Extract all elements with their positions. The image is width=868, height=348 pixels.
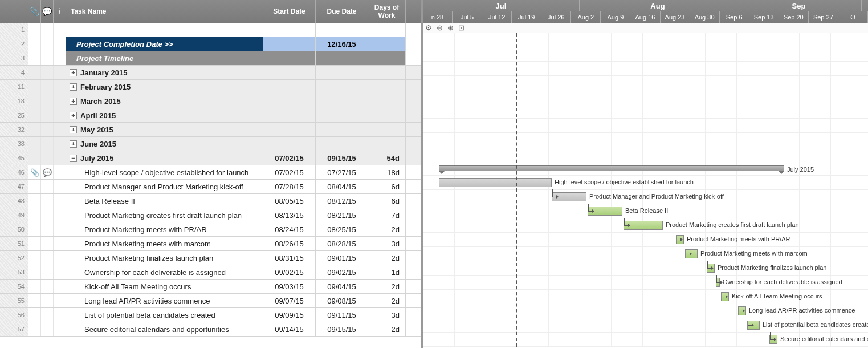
- week-label[interactable]: Jul 12: [482, 11, 512, 23]
- due-date-cell[interactable]: 09/15/15: [316, 322, 368, 336]
- row-number[interactable]: 32: [0, 123, 28, 136]
- start-date-cell[interactable]: 07/28/15: [263, 180, 316, 193]
- table-row[interactable]: 25+April 2015: [0, 108, 421, 123]
- week-label[interactable]: Sep 6: [720, 11, 749, 23]
- info-col-icon[interactable]: i: [54, 0, 66, 23]
- row-number[interactable]: 57: [0, 322, 28, 336]
- start-date-cell[interactable]: 07/02/15: [263, 151, 316, 165]
- gantt-bar[interactable]: Beta Release II: [588, 207, 622, 216]
- due-date-cell[interactable]: 09/01/15: [316, 251, 368, 265]
- table-row[interactable]: 56List of potential beta candidates crea…: [0, 308, 421, 322]
- due-date-cell[interactable]: [316, 108, 368, 122]
- table-row[interactable]: 1: [0, 23, 421, 37]
- row-number[interactable]: 47: [0, 180, 28, 193]
- start-date-cell[interactable]: [263, 123, 316, 136]
- days-cell[interactable]: [368, 37, 406, 51]
- week-label[interactable]: Sep 27: [809, 11, 838, 23]
- due-date-cell[interactable]: [316, 51, 368, 65]
- start-date-header[interactable]: Start Date: [263, 0, 316, 23]
- row-number[interactable]: 46: [0, 165, 28, 179]
- days-cell[interactable]: 3d: [368, 237, 406, 250]
- gantt-bar[interactable]: Long lead AR/PR activities commence: [738, 306, 746, 315]
- week-label[interactable]: Jul 5: [453, 11, 482, 23]
- table-row[interactable]: 47Product Manager and Product Marketing …: [0, 180, 421, 194]
- due-date-cell[interactable]: [316, 94, 368, 108]
- start-date-cell[interactable]: 08/31/15: [263, 251, 316, 265]
- task-cell[interactable]: −July 2015: [66, 151, 263, 165]
- row-number[interactable]: 53: [0, 265, 28, 279]
- days-cell[interactable]: 2d: [368, 294, 406, 307]
- gantt-bar[interactable]: Secure editorial calendars and op: [769, 335, 777, 344]
- gantt-bar[interactable]: Product Marketing meets with PR/AR: [676, 235, 684, 244]
- due-date-cell[interactable]: 12/16/15: [316, 37, 368, 51]
- start-date-cell[interactable]: 09/09/15: [263, 308, 316, 322]
- task-cell[interactable]: Kick-off All Team Meeting occurs: [66, 280, 263, 293]
- days-cell[interactable]: 6d: [368, 180, 406, 193]
- week-label[interactable]: Jul 26: [541, 11, 571, 23]
- row-number[interactable]: 45: [0, 151, 28, 165]
- days-cell[interactable]: [368, 94, 406, 108]
- days-cell[interactable]: [368, 137, 406, 151]
- days-cell[interactable]: 2d: [368, 251, 406, 265]
- start-date-cell[interactable]: [263, 94, 316, 108]
- due-date-cell[interactable]: 08/28/15: [316, 237, 368, 250]
- row-number[interactable]: 51: [0, 237, 28, 250]
- days-cell[interactable]: 54d: [368, 151, 406, 165]
- gantt-pane[interactable]: JulAugSep n 28Jul 5Jul 12Jul 19Jul 26Aug…: [423, 0, 868, 348]
- week-label[interactable]: Aug 2: [571, 11, 601, 23]
- gantt-bar[interactable]: List of potential beta candidates create…: [747, 321, 760, 330]
- comment-col-icon[interactable]: 💬: [41, 0, 54, 23]
- gantt-bar[interactable]: High-level scope / objective established…: [439, 178, 552, 187]
- start-date-cell[interactable]: 08/24/15: [263, 222, 316, 236]
- start-date-cell[interactable]: 08/26/15: [263, 237, 316, 250]
- expand-toggle[interactable]: +: [70, 69, 77, 76]
- start-date-cell[interactable]: [263, 137, 316, 151]
- due-date-cell[interactable]: 09/08/15: [316, 294, 368, 307]
- row-number[interactable]: 52: [0, 251, 28, 265]
- task-cell[interactable]: +February 2015: [66, 80, 263, 94]
- table-row[interactable]: 54Kick-off All Team Meeting occurs09/03/…: [0, 280, 421, 294]
- row-number[interactable]: 49: [0, 208, 28, 222]
- start-date-cell[interactable]: 09/14/15: [263, 322, 316, 336]
- table-row[interactable]: 3Project Timeline: [0, 51, 421, 66]
- days-cell[interactable]: [368, 23, 406, 37]
- week-label[interactable]: Sep 20: [779, 11, 809, 23]
- table-row[interactable]: 48Beta Release II08/05/1508/12/156d: [0, 194, 421, 208]
- due-date-cell[interactable]: 08/21/15: [316, 208, 368, 222]
- due-date-cell[interactable]: [316, 23, 368, 37]
- task-cell[interactable]: Product Marketing creates first draft la…: [66, 208, 263, 222]
- expand-toggle[interactable]: +: [70, 140, 77, 148]
- start-date-cell[interactable]: [263, 108, 316, 122]
- row-number[interactable]: 56: [0, 308, 28, 322]
- zoom-out-icon[interactable]: ⊖: [437, 23, 443, 32]
- due-date-cell[interactable]: [316, 137, 368, 151]
- task-cell[interactable]: Product Marketing finalizes launch plan: [66, 251, 263, 265]
- gear-icon[interactable]: ⚙: [425, 23, 432, 32]
- task-cell[interactable]: +April 2015: [66, 108, 263, 122]
- table-row[interactable]: 51Product Marketing meets with marcom08/…: [0, 237, 421, 251]
- row-number[interactable]: 11: [0, 80, 28, 94]
- due-date-cell[interactable]: 09/04/15: [316, 280, 368, 293]
- due-date-cell[interactable]: 09/15/15: [316, 151, 368, 165]
- zoom-fit-icon[interactable]: ⊡: [458, 23, 464, 32]
- expand-toggle[interactable]: +: [70, 98, 77, 105]
- due-date-cell[interactable]: 08/12/15: [316, 194, 368, 208]
- days-cell[interactable]: 3d: [368, 308, 406, 322]
- start-date-cell[interactable]: 09/07/15: [263, 294, 316, 307]
- attachment-icon[interactable]: 📎: [28, 165, 41, 179]
- task-cell[interactable]: Ownership for each deliverable is assign…: [66, 265, 263, 279]
- row-number[interactable]: 50: [0, 222, 28, 236]
- gantt-bar[interactable]: Product Marketing meets with marcom: [685, 249, 698, 258]
- week-label[interactable]: Sep 13: [749, 11, 779, 23]
- expand-toggle[interactable]: +: [70, 112, 77, 119]
- start-date-cell[interactable]: [263, 23, 316, 37]
- week-label[interactable]: O: [838, 11, 868, 23]
- due-date-header[interactable]: Due Date: [316, 0, 368, 23]
- task-cell[interactable]: Product Marketing meets with PR/AR: [66, 222, 263, 236]
- table-row[interactable]: 55Long lead AR/PR activities commence09/…: [0, 294, 421, 308]
- task-cell[interactable]: Product Manager and Product Marketing ki…: [66, 180, 263, 193]
- gantt-bar[interactable]: Kick-off All Team Meeting occurs: [721, 292, 729, 301]
- gantt-bar[interactable]: Product Manager and Product Marketing ki…: [552, 192, 586, 201]
- start-date-cell[interactable]: [263, 37, 316, 51]
- row-number[interactable]: 54: [0, 280, 28, 293]
